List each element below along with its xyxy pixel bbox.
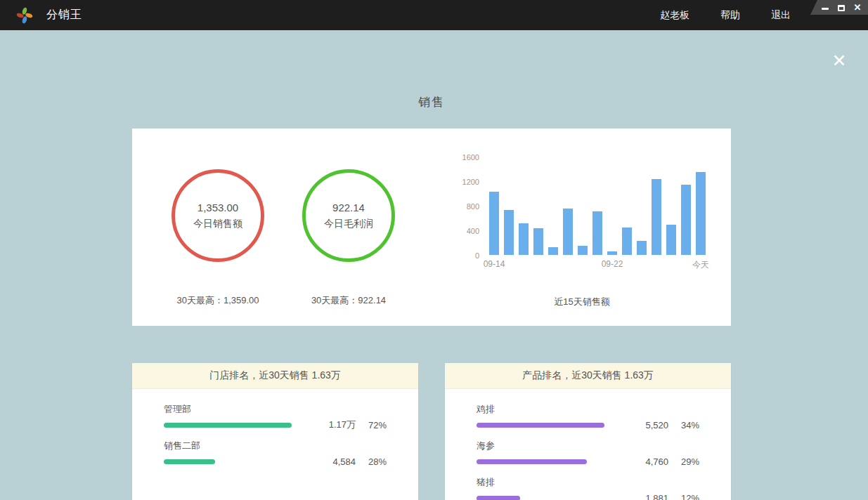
- ranking-row-label: 管理部: [164, 403, 387, 416]
- titlebar: 分销王 赵老板 帮助 退出 ✕: [0, 0, 868, 30]
- bar: [548, 247, 558, 255]
- bar: [533, 228, 543, 255]
- ranking-bar-track: [164, 459, 306, 464]
- minimize-icon[interactable]: [820, 3, 830, 13]
- y-axis-tick-label: 400: [448, 227, 479, 235]
- today-profit-value: 922.14: [332, 202, 365, 213]
- ranking-row: 管理部1.17万72%: [164, 403, 387, 430]
- ranking-value: 4,760: [619, 456, 668, 467]
- bar: [578, 246, 588, 255]
- today-sales-value: 1,353.00: [197, 202, 238, 213]
- ranking-bar: [477, 423, 604, 428]
- bar: [696, 172, 706, 255]
- page-title: 销售: [132, 94, 731, 110]
- ranking-row-line: 1,88112%: [477, 492, 699, 500]
- ranking-row-label: 猪排: [477, 476, 699, 489]
- product-ranking-body: 鸡排5,52034%海参4,76029%猪排1,88112%虾皮: [445, 389, 731, 500]
- ranking-percent: 12%: [668, 493, 699, 500]
- close-icon[interactable]: ✕: [829, 51, 850, 72]
- ranking-percent: 72%: [356, 420, 387, 430]
- bar: [504, 210, 514, 255]
- ranking-bar-track: [477, 423, 619, 428]
- ranking-percent: 34%: [668, 420, 699, 430]
- ranking-row: 销售二部4,58428%: [164, 440, 387, 467]
- sales-bar-chart-bars: [489, 157, 706, 255]
- ranking-bar-track: [477, 459, 619, 464]
- maximize-icon[interactable]: [836, 3, 846, 13]
- ranking-value: 1.17万: [306, 419, 356, 431]
- y-axis-tick-label: 0: [448, 251, 479, 260]
- today-sales-ring: 1,353.00 今日销售额: [171, 169, 264, 262]
- ranking-bar-track: [477, 496, 619, 500]
- ranking-bar: [477, 459, 587, 464]
- sales-30day-max: 30天最高：1,359.00: [148, 294, 288, 307]
- x-axis-tick-label: 今天: [692, 259, 709, 271]
- bar: [622, 228, 632, 255]
- ranking-value: 5,520: [619, 420, 668, 430]
- ranking-row-line: 5,52034%: [477, 419, 699, 430]
- y-axis-tick-label: 1200: [448, 178, 479, 186]
- bar: [563, 209, 573, 255]
- ranking-bar-track: [164, 423, 306, 428]
- x-axis-tick-label: 09-22: [602, 259, 623, 269]
- y-axis-tick-label: 800: [448, 202, 479, 211]
- bar: [592, 211, 602, 255]
- ranking-value: 1,881: [619, 493, 668, 500]
- titlebar-nav: 赵老板 帮助 退出: [660, 0, 791, 30]
- sales-summary-card: 1,353.00 今日销售额 922.14 今日毛利润 30天最高：1,359.…: [132, 129, 731, 326]
- ranking-row-line: 1.17万72%: [164, 419, 387, 430]
- bar: [607, 251, 617, 255]
- sales-bar-chart-xaxis: 09-1409-22今天: [489, 259, 706, 270]
- ranking-value: 4,584: [306, 456, 356, 467]
- ranking-bar: [477, 496, 520, 500]
- nav-logout-button[interactable]: 退出: [771, 9, 791, 22]
- ranking-percent: 29%: [668, 456, 699, 467]
- store-ranking-body: 管理部1.17万72%销售二部4,58428%: [132, 389, 418, 467]
- ranking-row: 猪排1,88112%: [477, 476, 699, 500]
- bar: [519, 223, 529, 255]
- y-axis-tick-label: 1600: [448, 153, 479, 162]
- bar: [652, 179, 661, 255]
- bar: [681, 185, 691, 255]
- chart-caption: 近15天销售额: [448, 296, 715, 308]
- bar: [666, 225, 676, 255]
- ranking-percent: 28%: [356, 456, 387, 467]
- x-axis-tick-label: 09-14: [484, 259, 505, 269]
- profit-30day-max: 30天最高：922.14: [278, 294, 419, 307]
- store-ranking-card: 门店排名，近30天销售 1.63万 管理部1.17万72%销售二部4,58428…: [132, 363, 418, 500]
- window-controls: ✕: [810, 0, 868, 15]
- close-window-icon[interactable]: ✕: [853, 3, 862, 13]
- ranking-row: 海参4,76029%: [477, 440, 699, 467]
- nav-help-button[interactable]: 帮助: [720, 9, 740, 22]
- ranking-row-label: 销售二部: [164, 440, 387, 452]
- ranking-row-line: 4,76029%: [477, 456, 699, 467]
- product-ranking-card: 产品排名，近30天销售 1.63万 鸡排5,52034%海参4,76029%猪排…: [445, 363, 731, 500]
- app-logo-pinwheel-icon: [15, 6, 34, 25]
- ranking-row-line: 4,58428%: [164, 456, 387, 467]
- today-sales-label: 今日销售额: [193, 218, 242, 230]
- product-ranking-header: 产品排名，近30天销售 1.63万: [445, 363, 731, 389]
- today-profit-ring: 922.14 今日毛利润: [302, 169, 395, 262]
- app-title: 分销王: [46, 8, 82, 22]
- sales-bar-chart-yaxis: 040080012001600: [448, 157, 479, 255]
- ranking-row-label: 海参: [477, 440, 699, 452]
- bar: [637, 241, 647, 255]
- ranking-bar: [164, 459, 215, 464]
- bar: [489, 192, 499, 255]
- ranking-row: 鸡排5,52034%: [477, 403, 699, 430]
- store-ranking-header: 门店排名，近30天销售 1.63万: [132, 363, 418, 389]
- nav-user-button[interactable]: 赵老板: [660, 9, 689, 22]
- today-profit-label: 今日毛利润: [324, 218, 373, 230]
- ranking-row-label: 鸡排: [477, 403, 699, 416]
- ranking-bar: [164, 423, 292, 428]
- sales-bar-chart: 040080012001600 09-1409-22今天 近15天销售额: [448, 129, 715, 326]
